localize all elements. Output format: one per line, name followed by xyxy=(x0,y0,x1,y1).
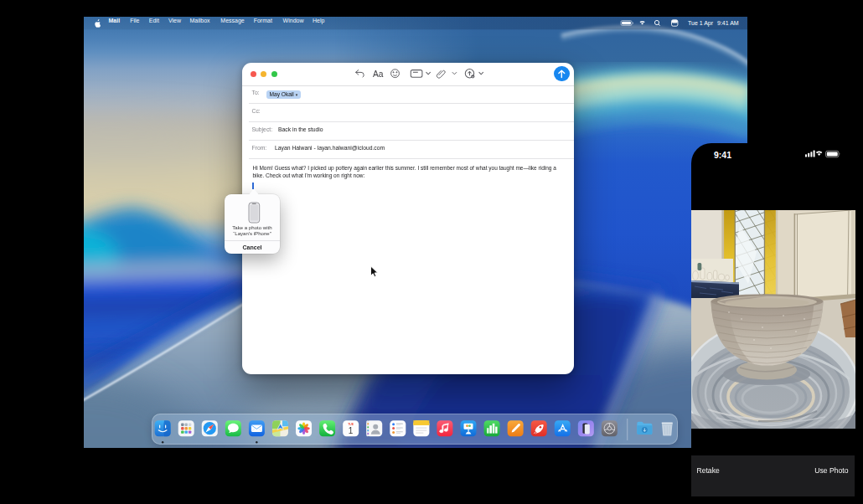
svg-text:Tue 1 Apr: Tue 1 Apr xyxy=(688,20,714,27)
svg-text:Aa: Aa xyxy=(373,69,384,79)
svg-text:9:41 AM: 9:41 AM xyxy=(717,20,739,26)
svg-text:1: 1 xyxy=(349,426,354,435)
